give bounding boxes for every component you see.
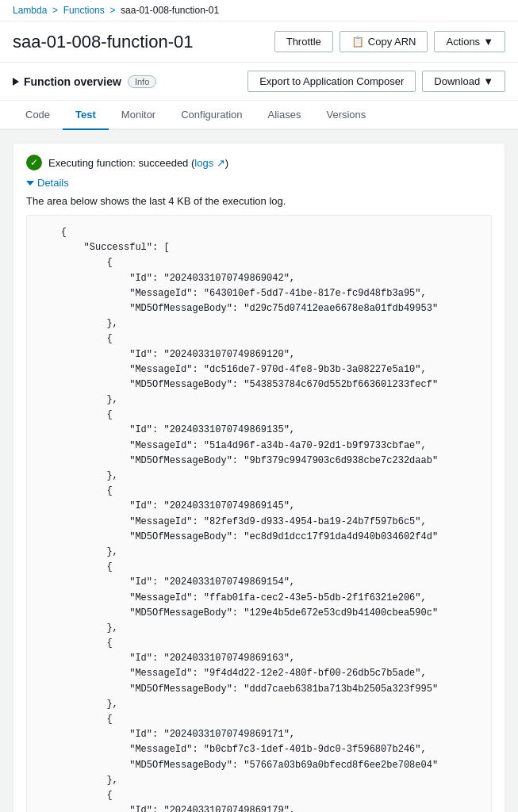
- collapse-triangle-icon: [13, 78, 19, 86]
- function-overview-bar: Function overview Info Export to Applica…: [0, 63, 518, 101]
- breadcrumb-lambda[interactable]: Lambda: [13, 5, 47, 16]
- page-title: saa-01-008-function-01: [13, 32, 193, 52]
- actions-chevron-icon: ▼: [483, 36, 493, 48]
- execution-status: ✓ Executing function: succeeded (logs ↗): [26, 155, 492, 170]
- overview-left: Function overview Info: [13, 75, 156, 88]
- main-content: ✓ Executing function: succeeded (logs ↗)…: [0, 130, 518, 812]
- overview-title-text: Function overview: [24, 75, 121, 88]
- download-label: Download: [434, 75, 480, 87]
- details-label: Details: [37, 177, 69, 189]
- copy-arn-label: Copy ARN: [368, 36, 416, 48]
- export-to-composer-button[interactable]: Export to Application Composer: [247, 71, 416, 92]
- execution-title: Executing function: succeeded (logs ↗): [48, 157, 228, 169]
- external-link-icon: ↗: [217, 157, 225, 169]
- tab-test[interactable]: Test: [63, 101, 109, 130]
- execution-panel: ✓ Executing function: succeeded (logs ↗)…: [13, 143, 505, 812]
- actions-button[interactable]: Actions ▼: [434, 31, 505, 52]
- tab-monitor[interactable]: Monitor: [109, 101, 168, 130]
- details-section: Details The area below shows the last 4 …: [26, 177, 492, 812]
- tab-aliases[interactable]: Aliases: [255, 101, 314, 130]
- copy-arn-button[interactable]: 📋 Copy ARN: [340, 31, 428, 52]
- download-chevron-icon: ▼: [483, 75, 493, 87]
- tab-code[interactable]: Code: [13, 101, 63, 130]
- overview-title: Function overview: [13, 75, 121, 88]
- download-button[interactable]: Download ▼: [422, 71, 505, 92]
- logs-link[interactable]: logs ↗: [194, 157, 224, 169]
- page-header: saa-01-008-function-01 Throttle 📋 Copy A…: [0, 21, 518, 63]
- header-actions: Throttle 📋 Copy ARN Actions ▼: [274, 31, 505, 52]
- log-content: { "Successful": [ { "Id": "2024033107074…: [26, 215, 492, 812]
- log-description: The area below shows the last 4 KB of th…: [26, 195, 492, 207]
- tab-versions[interactable]: Versions: [313, 101, 378, 130]
- details-toggle[interactable]: Details: [26, 177, 492, 189]
- actions-label: Actions: [446, 36, 480, 48]
- tabs-bar: Code Test Monitor Configuration Aliases …: [0, 101, 518, 130]
- info-badge[interactable]: Info: [128, 75, 156, 88]
- details-arrow-icon: [26, 181, 34, 186]
- breadcrumb: Lambda > Functions > saa-01-008-function…: [0, 0, 518, 21]
- breadcrumb-current: saa-01-008-function-01: [121, 5, 219, 16]
- overview-right: Export to Application Composer Download …: [247, 71, 505, 92]
- tab-configuration[interactable]: Configuration: [168, 101, 255, 130]
- throttle-button[interactable]: Throttle: [274, 31, 333, 52]
- success-icon: ✓: [26, 155, 42, 170]
- copy-icon: 📋: [351, 36, 364, 48]
- breadcrumb-functions[interactable]: Functions: [63, 5, 105, 16]
